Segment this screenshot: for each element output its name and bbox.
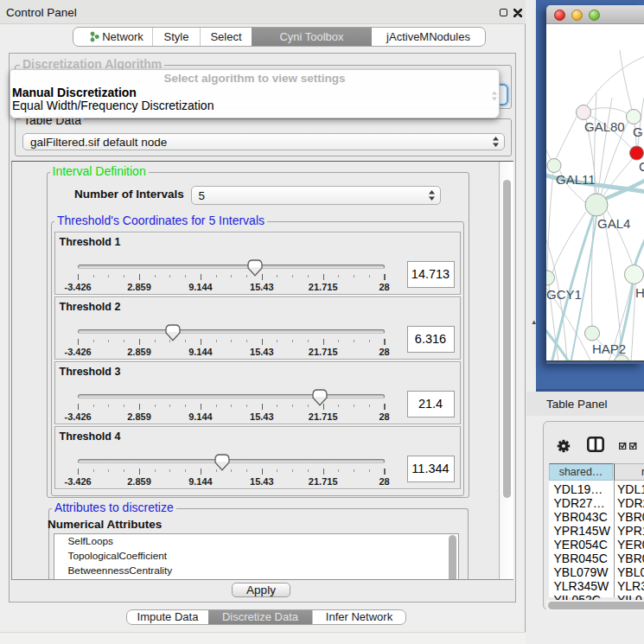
svg-text:C: C <box>639 159 644 174</box>
svg-text:G.: G. <box>633 124 644 139</box>
svg-text:H: H <box>635 285 644 300</box>
svg-text:GCY1: GCY1 <box>546 287 582 302</box>
svg-text:GAL80: GAL80 <box>584 119 625 134</box>
svg-text:GAL4: GAL4 <box>597 216 630 231</box>
svg-text:GAL11: GAL11 <box>556 172 596 187</box>
svg-text:HAP2: HAP2 <box>592 341 626 356</box>
